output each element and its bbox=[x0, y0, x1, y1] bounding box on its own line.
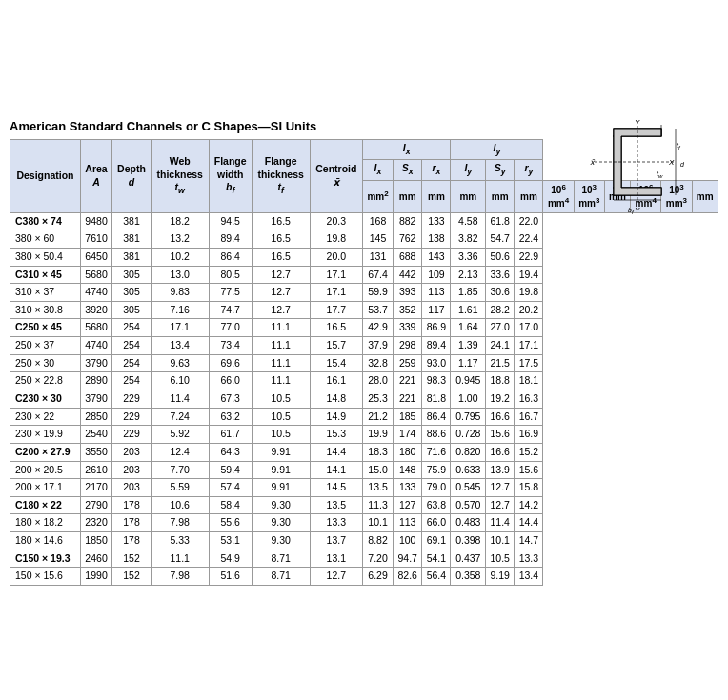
cell-value: 2540 bbox=[80, 426, 111, 444]
cell-value: 2460 bbox=[80, 550, 111, 568]
cell-value: 11.1 bbox=[252, 337, 310, 355]
cell-value: 80.5 bbox=[209, 266, 252, 284]
cell-value: 53.1 bbox=[209, 532, 252, 550]
cell-value: 69.1 bbox=[422, 532, 451, 550]
cell-value: 7.16 bbox=[151, 301, 209, 319]
cell-value: 339 bbox=[394, 319, 422, 337]
cell-value: 13.3 bbox=[515, 550, 543, 568]
cell-value: 61.8 bbox=[486, 212, 515, 230]
cell-value: 16.6 bbox=[486, 408, 515, 426]
cell-value: 117 bbox=[422, 301, 451, 319]
cell-designation: 180 × 18.2 bbox=[10, 514, 81, 532]
cell-value: 37.9 bbox=[362, 337, 393, 355]
cell-value: 254 bbox=[112, 372, 151, 390]
cell-value: 10.5 bbox=[252, 426, 310, 444]
cell-value: 127 bbox=[394, 496, 422, 514]
cell-designation: C310 × 45 bbox=[10, 266, 81, 284]
table-row: 250 × 22.828902546.1066.011.116.128.0221… bbox=[10, 372, 718, 390]
cell-value: 11.4 bbox=[486, 514, 515, 532]
cell-value: 9.63 bbox=[151, 354, 209, 372]
cell-value: 0.483 bbox=[451, 514, 486, 532]
cell-value: 88.6 bbox=[422, 426, 451, 444]
cell-value: 2.13 bbox=[451, 266, 486, 284]
cell-value: 12.7 bbox=[252, 266, 310, 284]
cell-designation: C250 × 45 bbox=[10, 319, 81, 337]
cell-value: 7.98 bbox=[151, 514, 209, 532]
cell-value: 15.6 bbox=[515, 461, 543, 479]
cell-value: 5680 bbox=[80, 319, 111, 337]
cross-section-diagram: X x̄ Y Y tf d tw bf bbox=[585, 119, 709, 224]
table-row: 380 × 50.4645038110.286.416.520.01316881… bbox=[10, 248, 718, 266]
cell-value: 17.0 bbox=[515, 319, 543, 337]
cell-value: 15.6 bbox=[486, 426, 515, 444]
cell-value: 9.30 bbox=[252, 514, 310, 532]
col-header-Iy-group: Iy bbox=[451, 140, 543, 160]
col-header-area: AreaA bbox=[80, 140, 111, 213]
cell-value: 12.7 bbox=[486, 479, 515, 497]
cell-value: 16.5 bbox=[252, 212, 310, 230]
cell-value: 22.4 bbox=[515, 230, 543, 249]
cell-designation: 200 × 17.1 bbox=[10, 479, 81, 497]
cell-value: 71.6 bbox=[422, 443, 451, 461]
cell-value: 178 bbox=[112, 514, 151, 532]
cell-value: 7610 bbox=[80, 230, 111, 249]
cell-value: 19.8 bbox=[515, 284, 543, 302]
cell-value: 19.9 bbox=[362, 426, 393, 444]
cell-value: 53.7 bbox=[362, 301, 393, 319]
cell-value: 18.2 bbox=[151, 212, 209, 230]
cell-value: 16.3 bbox=[515, 390, 543, 409]
cell-value: 42.9 bbox=[362, 319, 393, 337]
table-row: 250 × 3037902549.6369.611.115.432.825993… bbox=[10, 354, 718, 372]
cell-value: 4740 bbox=[80, 284, 111, 302]
cell-value: 1.17 bbox=[451, 354, 486, 372]
cell-value: 13.3 bbox=[310, 514, 362, 532]
cell-value: 50.6 bbox=[486, 248, 515, 266]
cell-value: 16.5 bbox=[252, 230, 310, 249]
cell-value: 63.2 bbox=[209, 408, 252, 426]
cell-value: 0.437 bbox=[451, 550, 486, 568]
cell-value: 1.00 bbox=[451, 390, 486, 409]
cell-value: 12.7 bbox=[486, 496, 515, 514]
cell-designation: 250 × 22.8 bbox=[10, 372, 81, 390]
cell-value: 178 bbox=[112, 496, 151, 514]
cell-value: 148 bbox=[394, 461, 422, 479]
cell-value: 2610 bbox=[80, 461, 111, 479]
cell-designation: C230 × 30 bbox=[10, 390, 81, 409]
cell-designation: C380 × 74 bbox=[10, 212, 81, 230]
cell-value: 131 bbox=[362, 248, 393, 266]
cell-value: 11.4 bbox=[151, 390, 209, 409]
cell-value: 15.0 bbox=[362, 461, 393, 479]
cell-value: 3.36 bbox=[451, 248, 486, 266]
cell-value: 14.2 bbox=[515, 496, 543, 514]
cell-value: 24.1 bbox=[486, 337, 515, 355]
cell-value: 56.4 bbox=[422, 568, 451, 586]
cell-value: 254 bbox=[112, 354, 151, 372]
cell-value: 8.71 bbox=[252, 550, 310, 568]
cell-value: 8.71 bbox=[252, 568, 310, 586]
cell-value: 11.1 bbox=[252, 354, 310, 372]
svg-text:tw: tw bbox=[657, 170, 663, 179]
cell-value: 762 bbox=[394, 230, 422, 249]
cell-value: 185 bbox=[394, 408, 422, 426]
cell-designation: 230 × 19.9 bbox=[10, 426, 81, 444]
unit-flange-t: mm bbox=[486, 180, 515, 212]
cell-value: 15.3 bbox=[310, 426, 362, 444]
cell-value: 1.64 bbox=[451, 319, 486, 337]
cell-value: 0.545 bbox=[451, 479, 486, 497]
cell-value: 882 bbox=[394, 212, 422, 230]
table-row: C180 × 22279017810.658.49.3013.511.31276… bbox=[10, 496, 718, 514]
cell-value: 180 bbox=[394, 443, 422, 461]
cell-value: 16.1 bbox=[310, 372, 362, 390]
table-row: 230 × 2228502297.2463.210.514.921.218586… bbox=[10, 408, 718, 426]
cell-value: 8.82 bbox=[362, 532, 393, 550]
cell-designation: C150 × 19.3 bbox=[10, 550, 81, 568]
cell-value: 5680 bbox=[80, 266, 111, 284]
cell-value: 30.6 bbox=[486, 284, 515, 302]
cell-designation: 180 × 14.6 bbox=[10, 532, 81, 550]
col-header-Ix: Ix bbox=[362, 160, 393, 180]
cell-value: 229 bbox=[112, 390, 151, 409]
cell-value: 305 bbox=[112, 284, 151, 302]
cell-value: 13.2 bbox=[151, 230, 209, 249]
unit-Ix: 106mm4 bbox=[543, 180, 574, 212]
cell-value: 12.4 bbox=[151, 443, 209, 461]
